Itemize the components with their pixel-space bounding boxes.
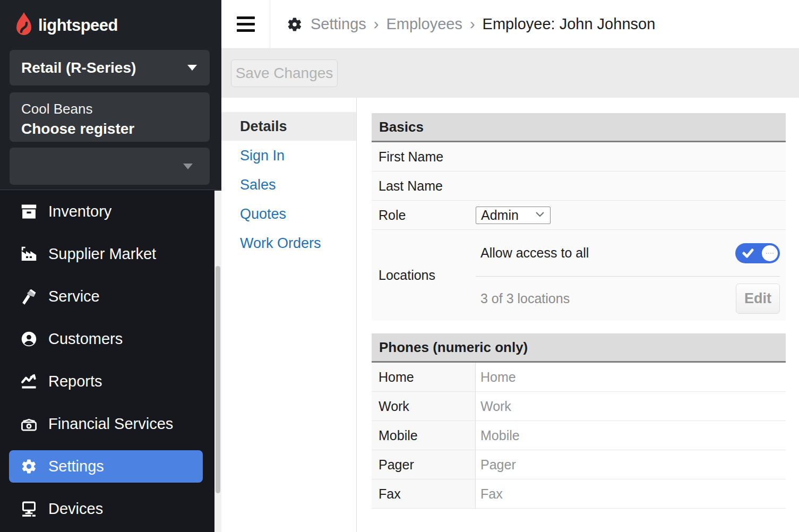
- phone-fax-label: Fax: [372, 479, 476, 508]
- sidebar-scrollbar-thumb[interactable]: [216, 266, 220, 493]
- settings-gear-icon: [287, 16, 303, 32]
- action-toolbar: Save Changes: [221, 49, 799, 98]
- factory-icon: [20, 245, 38, 263]
- first-name-row: First Name: [372, 142, 786, 171]
- brand-name: lightspeed: [38, 16, 118, 35]
- sidebar-item-inventory[interactable]: Inventory: [0, 190, 221, 233]
- sidebar-top-section: lightspeed Retail (R-Series) Cool Beans …: [0, 0, 221, 190]
- breadcrumb-separator: ›: [470, 15, 475, 33]
- register-selector[interactable]: Cool Beans Choose register: [10, 92, 210, 142]
- phone-row-fax: Fax: [372, 479, 786, 509]
- chevron-down-icon: [187, 65, 197, 71]
- devices-icon: [20, 500, 38, 518]
- save-changes-button[interactable]: Save Changes: [231, 59, 338, 87]
- employee-subnav: Details Sign In Sales Quotes Work Orders: [221, 98, 357, 532]
- sidebar-item-financial-services[interactable]: Financial Services: [0, 402, 221, 445]
- sidebar-item-settings[interactable]: Settings: [9, 450, 203, 483]
- tab-work-orders[interactable]: Work Orders: [221, 229, 356, 258]
- first-name-input[interactable]: [476, 142, 786, 171]
- product-switcher[interactable]: Retail (R-Series): [10, 50, 210, 85]
- edit-locations-button[interactable]: Edit: [736, 284, 780, 314]
- last-name-input[interactable]: [476, 171, 786, 200]
- phone-row-pager: Pager: [372, 450, 786, 479]
- tab-details[interactable]: Details: [221, 112, 356, 141]
- locations-summary-subrow: 3 of 3 locations Edit: [476, 277, 780, 320]
- flame-icon: [14, 12, 33, 39]
- breadcrumb-separator: ›: [374, 15, 379, 33]
- shop-dropdown[interactable]: [10, 148, 210, 185]
- sidebar-item-reports[interactable]: Reports: [0, 360, 221, 402]
- product-switcher-label: Retail (R-Series): [21, 59, 187, 76]
- allow-access-subrow: Allow access to all: [476, 230, 780, 277]
- sidebar-item-supplier-market[interactable]: Supplier Market: [0, 233, 221, 275]
- choose-register-label: Choose register: [21, 121, 198, 138]
- role-select[interactable]: Admin: [476, 207, 551, 224]
- phones-header: Phones (numeric only): [372, 333, 786, 363]
- tab-quotes[interactable]: Quotes: [221, 200, 356, 228]
- store-name: Cool Beans: [21, 101, 198, 117]
- first-name-label: First Name: [372, 149, 476, 165]
- allow-access-label: Allow access to all: [476, 245, 735, 261]
- role-row: Role Admin: [372, 201, 786, 230]
- phone-pager-input[interactable]: [476, 450, 786, 479]
- breadcrumb: Settings › Employees › Employee: John Jo…: [311, 15, 655, 33]
- gear-icon: [20, 458, 38, 475]
- topbar-divider: [270, 0, 270, 49]
- sidebar-item-customers[interactable]: Customers: [0, 318, 221, 360]
- phones-section: Phones (numeric only) Home Work Mobile P…: [372, 333, 786, 509]
- hammer-icon: [20, 288, 38, 305]
- phone-home-input[interactable]: [476, 363, 786, 391]
- last-name-row: Last Name: [372, 171, 786, 201]
- basics-header: Basics: [372, 113, 786, 142]
- menu-toggle-button[interactable]: [237, 16, 255, 32]
- app-root: lightspeed Retail (R-Series) Cool Beans …: [0, 0, 799, 532]
- locations-summary: 3 of 3 locations: [476, 291, 736, 306]
- phone-row-work: Work: [372, 392, 786, 421]
- phone-row-mobile: Mobile: [372, 421, 786, 450]
- tab-sales[interactable]: Sales: [221, 170, 356, 199]
- locations-controls: Allow access to all 3 of 3 locations Edi…: [476, 230, 786, 321]
- phone-work-input[interactable]: [476, 392, 786, 421]
- sidebar-item-devices[interactable]: Devices: [0, 487, 221, 530]
- chevron-down-icon: [535, 210, 545, 220]
- basics-section: Basics First Name Last Name Role Admin: [372, 113, 786, 321]
- banknote-icon: [20, 415, 38, 433]
- inventory-box-icon: [20, 203, 38, 220]
- check-icon: [742, 248, 754, 261]
- tab-sign-in[interactable]: Sign In: [221, 141, 356, 170]
- sidebar-nav: Inventory Supplier Market Service Custom…: [0, 190, 221, 530]
- reports-chart-icon: [20, 373, 38, 390]
- locations-label: Locations: [372, 230, 476, 321]
- allow-access-toggle[interactable]: [735, 243, 780, 263]
- sidebar-scrollbar-track[interactable]: [214, 191, 221, 532]
- phone-mobile-input[interactable]: [476, 421, 786, 450]
- sidebar: lightspeed Retail (R-Series) Cool Beans …: [0, 0, 221, 532]
- phone-fax-input[interactable]: [476, 479, 786, 508]
- top-bar: Settings › Employees › Employee: John Jo…: [221, 0, 799, 49]
- breadcrumb-employees[interactable]: Employees: [386, 15, 462, 33]
- role-label: Role: [372, 208, 476, 223]
- phone-row-home: Home: [372, 363, 786, 392]
- phone-mobile-label: Mobile: [372, 421, 476, 450]
- sidebar-item-service[interactable]: Service: [0, 275, 221, 318]
- phone-home-label: Home: [372, 363, 476, 391]
- chevron-down-icon: [183, 164, 193, 169]
- last-name-label: Last Name: [372, 178, 476, 194]
- locations-row: Locations Allow access to all: [372, 230, 786, 321]
- phone-work-label: Work: [372, 392, 476, 421]
- lightspeed-logo: lightspeed: [14, 12, 118, 39]
- main-area: Settings › Employees › Employee: John Jo…: [221, 0, 799, 532]
- toggle-knob: [762, 245, 778, 261]
- customer-icon: [20, 330, 38, 348]
- breadcrumb-settings[interactable]: Settings: [311, 15, 366, 33]
- phone-pager-label: Pager: [372, 450, 476, 479]
- breadcrumb-current-employee: Employee: John Johnson: [483, 15, 656, 33]
- content-area: Details Sign In Sales Quotes Work Orders…: [221, 98, 799, 532]
